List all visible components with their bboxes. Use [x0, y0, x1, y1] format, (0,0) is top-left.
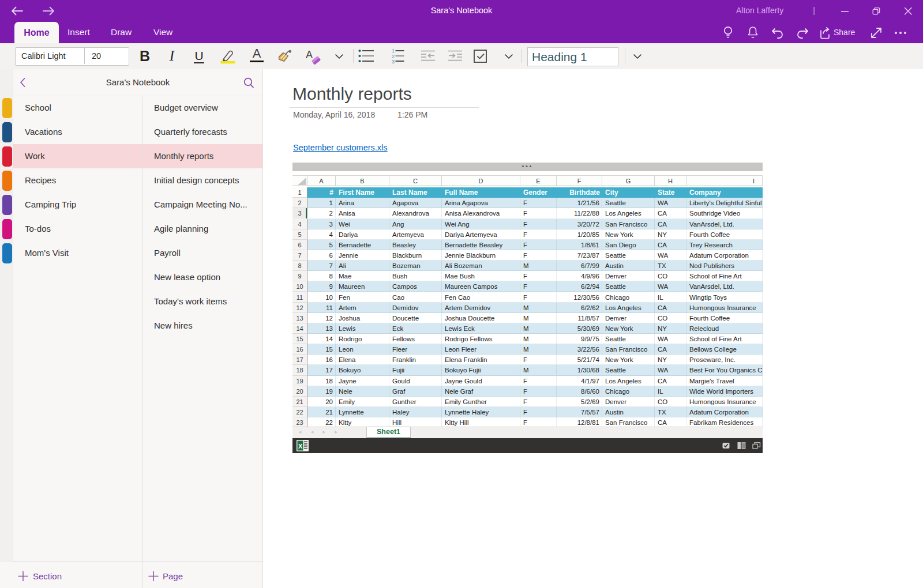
- svg-text:3: 3: [392, 59, 395, 65]
- svg-text:X: X: [298, 443, 303, 450]
- svg-text:2: 2: [392, 54, 395, 59]
- svg-text:1: 1: [392, 48, 395, 54]
